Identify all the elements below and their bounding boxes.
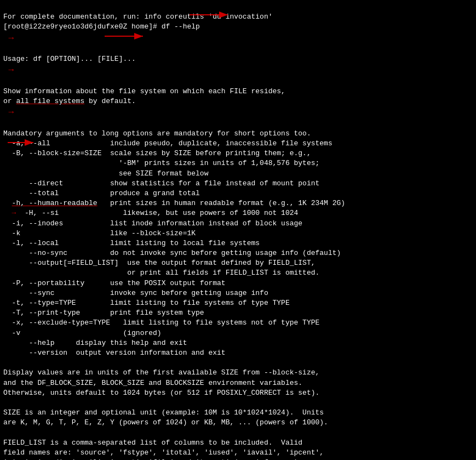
arrow-1: → bbox=[3, 33, 14, 43]
terminal-output: For complete documentation, run: info co… bbox=[3, 2, 473, 460]
line-2: [root@i22ze9ryeo1o3d6jdufxe0Z home]# df … bbox=[3, 22, 200, 31]
line-3: Usage: df [OPTION]... [FILE]... bbox=[3, 55, 136, 63]
line-4: Show information about the file system o… bbox=[3, 87, 345, 460]
line-1: For complete documentation, run: info co… bbox=[3, 13, 272, 21]
terminal-wrapper: For complete documentation, run: info co… bbox=[3, 2, 473, 460]
arrow-2: → bbox=[3, 65, 14, 75]
